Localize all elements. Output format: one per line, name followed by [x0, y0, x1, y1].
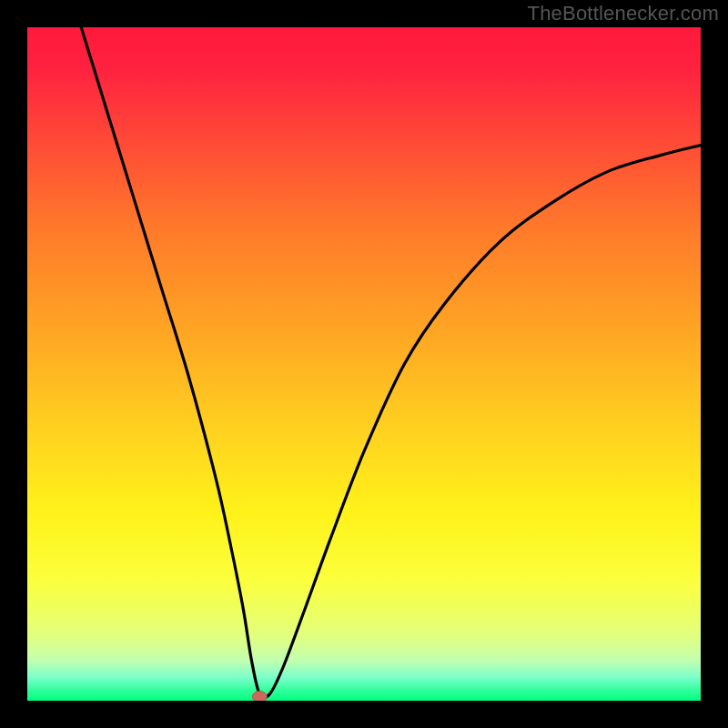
plot-svg: [27, 27, 701, 701]
chart-frame: TheBottlenecker.com: [0, 0, 728, 728]
watermark-text: TheBottlenecker.com: [528, 2, 719, 25]
optimum-marker: [252, 692, 267, 701]
gradient-background: [27, 27, 701, 701]
plot-area: [27, 27, 701, 701]
